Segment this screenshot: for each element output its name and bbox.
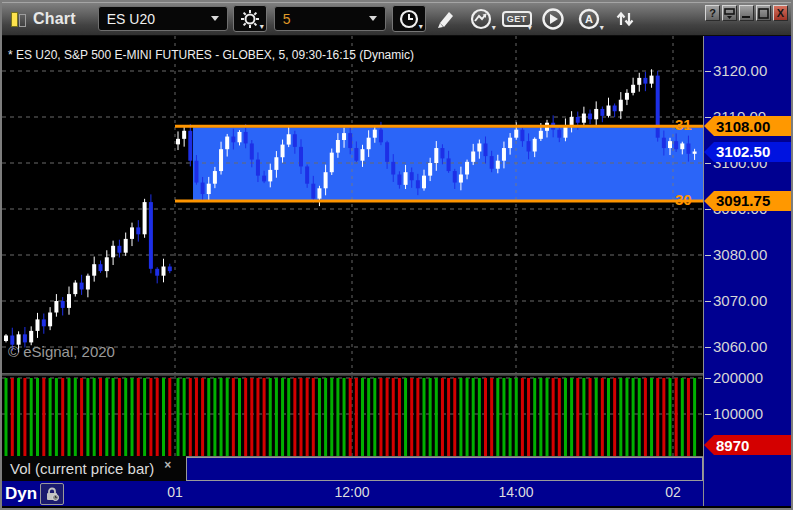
candle-body <box>514 130 518 138</box>
volume-bar <box>124 378 127 456</box>
volume-bar <box>49 378 52 456</box>
volume-bar <box>423 378 426 456</box>
volume-bar <box>61 378 64 456</box>
draw-button[interactable] <box>428 5 462 32</box>
candle-body <box>244 132 248 144</box>
volume-bar <box>632 378 635 456</box>
price-chart-pane[interactable]: * ES U20, S&P 500 E-MINI FUTURES - GLOBE… <box>2 36 703 373</box>
volume-bar <box>693 378 696 456</box>
volume-bar <box>613 378 616 456</box>
volume-bar <box>662 378 665 456</box>
volume-bar <box>478 378 481 456</box>
candle-body <box>453 171 457 183</box>
candle-body <box>86 276 90 290</box>
volume-bar <box>232 378 235 456</box>
tag-arrow-icon <box>704 435 714 455</box>
volume-bar <box>238 378 241 456</box>
volume-bar <box>149 378 152 456</box>
volume-bar <box>183 378 186 456</box>
volume-bar <box>349 378 352 456</box>
candle-body <box>176 139 180 145</box>
alerts-button[interactable]: A ▾ <box>572 5 606 32</box>
candle-body <box>311 184 315 199</box>
time-axis-bar: Dyn 0112:0014:0002 <box>2 481 703 506</box>
candle-body <box>361 149 365 161</box>
volume-bar <box>74 378 77 456</box>
help-button[interactable]: ? <box>705 5 720 21</box>
volume-pane[interactable] <box>2 376 703 456</box>
volume-bar <box>546 378 549 456</box>
candle-body <box>539 131 543 139</box>
candle-body <box>631 85 635 93</box>
price-axis[interactable]: 3120.003110.003100.003090.003080.003070.… <box>703 36 791 506</box>
candle-body <box>502 148 506 161</box>
volume-bar <box>256 378 259 456</box>
interval-select[interactable]: 5 <box>274 6 386 31</box>
candle-body <box>317 188 321 198</box>
tag-arrow-icon <box>704 191 714 211</box>
chevron-down-icon: ▾ <box>528 24 532 32</box>
candle-body <box>54 301 58 313</box>
volume-bar <box>564 378 567 456</box>
lock-icon <box>44 486 60 502</box>
candle-body <box>668 141 672 148</box>
volume-bar <box>435 378 438 456</box>
replay-button[interactable] <box>536 5 570 32</box>
candle-body <box>287 134 291 144</box>
candle-body <box>434 148 438 163</box>
maximize-button[interactable] <box>756 5 771 21</box>
rollup-button[interactable] <box>722 5 737 21</box>
chevron-down-icon <box>211 16 219 21</box>
volume-bar <box>576 378 579 456</box>
close-x-icon[interactable]: × <box>164 458 171 472</box>
refresh-button[interactable] <box>608 5 642 32</box>
volume-bar <box>429 378 432 456</box>
volume-bar <box>93 378 96 456</box>
candle-body <box>693 152 697 154</box>
candle-body <box>231 137 235 143</box>
volume-bar <box>681 378 684 456</box>
volume-bar <box>143 378 146 456</box>
volume-bar <box>213 378 216 456</box>
horizontal-scrollbar[interactable] <box>186 457 703 481</box>
volume-bar <box>441 378 444 456</box>
axis-tickmark <box>705 378 711 379</box>
close-button[interactable]: X <box>773 5 788 21</box>
candle-body <box>404 172 408 185</box>
time-tick-label: 01 <box>153 484 197 500</box>
candle-body <box>182 131 186 139</box>
candle-body <box>508 138 512 148</box>
candle-body <box>201 183 205 195</box>
volume-bar <box>244 378 247 456</box>
volume-bar <box>137 378 140 456</box>
volume-bar <box>472 378 475 456</box>
candle-body <box>625 93 629 100</box>
level-label-upper: 31 <box>675 116 703 133</box>
volume-bar <box>250 378 253 456</box>
volume-bar <box>105 378 108 456</box>
candle-body <box>36 319 40 331</box>
volume-bar <box>453 378 456 456</box>
candle-body <box>149 202 153 269</box>
symbol-select[interactable]: ES U20 <box>98 6 228 31</box>
settings-button[interactable]: ▾ <box>233 5 267 32</box>
chevron-down-icon: ▾ <box>600 24 604 32</box>
interval-value: 5 <box>283 11 291 27</box>
volume-bar <box>466 378 469 456</box>
minimize-button[interactable] <box>739 5 754 21</box>
volume-bar <box>156 378 159 456</box>
chevron-down-icon <box>369 16 377 21</box>
candle-body <box>373 130 377 138</box>
volume-bar <box>263 378 266 456</box>
volume-pane-canvas <box>2 376 703 456</box>
volume-bar <box>207 378 210 456</box>
time-template-button[interactable]: ▾ <box>392 5 426 32</box>
tag-arrow-icon <box>704 142 714 162</box>
refresh-arrows-icon <box>614 8 636 30</box>
volume-bar <box>36 378 39 456</box>
candle-body <box>105 257 109 271</box>
get-data-button[interactable]: GET ▾ <box>500 5 534 32</box>
time-template-lock-button[interactable] <box>40 483 64 505</box>
candle-body <box>557 130 561 138</box>
studies-button[interactable]: ▾ <box>464 5 498 32</box>
